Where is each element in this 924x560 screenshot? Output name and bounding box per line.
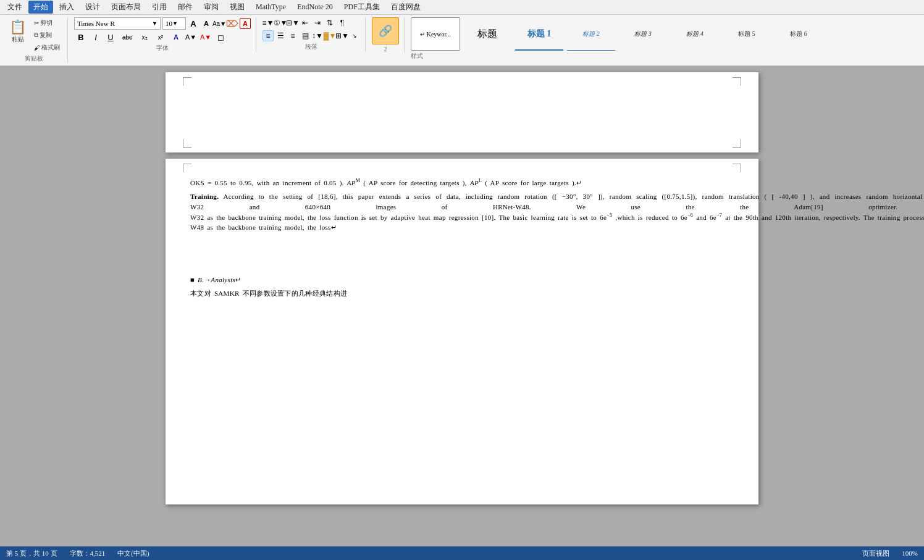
decrease-indent-button[interactable]: ⇤ [300,17,311,28]
font-case-button[interactable]: Aa▼ [214,18,225,29]
font-name-selector[interactable]: Times New R ▼ [74,17,161,30]
link-icon: 🔗 [379,24,392,38]
format-painter-button[interactable]: 🖌 格式刷 [32,42,62,53]
show-marks-button[interactable]: ¶ [337,17,348,28]
shading-button[interactable]: ▓▼ [324,30,335,41]
style-title4[interactable]: 标题 4 [670,17,720,51]
analysis-body: 本文对 SAMKR 不同参数设置下的几种经典结构进 [190,288,924,299]
document-area: OKS = 0.55 to 0.95, with an increment of… [0,66,924,527]
empty-line-3 [190,261,924,270]
style-title2[interactable]: 标题 2 [566,17,616,51]
empty-line-1 [190,236,924,245]
line-spacing-button[interactable]: ↕▼ [312,30,323,41]
numbering-button[interactable]: ①▼ [275,17,286,28]
style-title6[interactable]: 标题 6 [774,17,823,51]
menu-review[interactable]: 审阅 [199,1,224,14]
menu-file[interactable]: 文件 [2,1,27,14]
menu-bar: 文件 开始 插入 设计 页面布局 引用 邮件 审阅 视图 MathType En… [0,0,924,15]
training-paragraph: Training. According to the setting of [1… [190,191,924,233]
page-content: OKS = 0.55 to 0.95, with an increment of… [166,159,758,393]
paste-icon: 📋 [9,19,26,35]
corner-mark-tr-p2 [733,164,741,172]
text-effect-button[interactable]: A [169,31,183,43]
style-title[interactable]: 标题 [463,17,512,51]
menu-mailings[interactable]: 邮件 [173,1,198,14]
style-title3[interactable]: 标题 3 [618,17,668,51]
analysis-header: ■ B.→Analysis↵ [190,275,924,285]
menu-baidu[interactable]: 百度网盘 [386,1,426,14]
subscript-button[interactable]: x₂ [137,31,152,43]
clear-format-button[interactable]: ⌦ [227,18,238,29]
page-2: OKS = 0.55 to 0.95, with an increment of… [166,159,758,504]
menu-home[interactable]: 开始 [28,1,53,14]
font-shrink-button[interactable]: A [201,18,212,29]
bullets-button[interactable]: ≡▼ [262,17,274,28]
multilevel-list-button[interactable]: ⊟▼ [287,17,298,28]
underline-button[interactable]: U [104,31,117,43]
left-column: OKS = 0.55 to 0.95, with an increment of… [190,177,924,381]
font-group-label: 字体 [74,44,251,52]
align-left-button[interactable]: ≡ [262,30,274,41]
menu-mathtype[interactable]: MathType [251,1,291,13]
ribbon: 📋 粘贴 ✂ 剪切 ⧉ 复制 🖌 格式刷 剪贴板 [0,15,924,66]
char-border-button[interactable]: ◻ [214,31,227,43]
copy-button[interactable]: ⧉ 复制 [32,30,62,41]
strikethrough-button[interactable]: abc [119,31,136,43]
cut-button[interactable]: ✂ 剪切 [32,17,62,28]
menu-design[interactable]: 设计 [80,1,105,14]
justify-button[interactable]: ▤ [300,30,311,41]
italic-button[interactable]: I [89,31,103,43]
paste-button[interactable]: 📋 粘贴 [5,17,30,46]
font-color-button[interactable]: A▼ [199,31,212,43]
highlight-color-button[interactable]: A▼ [184,31,198,43]
bold-button[interactable]: B [74,31,88,43]
align-right-button[interactable]: ≡ [287,30,298,41]
styles-group-label: 样式 [411,52,919,61]
clipboard-label: 剪贴板 [25,54,43,63]
align-center-button[interactable]: ☰ [275,30,286,41]
menu-layout[interactable]: 页面布局 [106,1,146,14]
format-painter-icon: 🖌 [34,44,40,51]
corner-mark-br [733,139,741,148]
sort-button[interactable]: ⇅ [324,17,335,28]
oks-paragraph: OKS = 0.55 to 0.95, with an increment of… [190,177,924,188]
corner-mark-tl [183,77,191,86]
borders-button[interactable]: ⊞▼ [337,30,348,41]
increase-indent-button[interactable]: ⇥ [312,17,323,28]
menu-references[interactable]: 引用 [147,1,172,14]
corner-mark-tr [733,77,741,86]
style-title5[interactable]: 标题 5 [722,17,771,51]
font-grow-button[interactable]: A [188,18,199,29]
menu-view[interactable]: 视图 [225,1,250,14]
copy-icon: ⧉ [34,31,38,39]
active-tool-button[interactable]: 🔗 [372,17,399,44]
char-spacing-button[interactable]: A [240,18,251,29]
corner-mark-tl-p2 [183,164,191,172]
font-size-selector[interactable]: 10 ▼ [162,17,186,30]
menu-insert[interactable]: 插入 [54,1,79,14]
corner-mark-bl [183,139,191,148]
empty-line-2 [190,249,924,257]
scissors-icon: ✂ [34,20,39,27]
menu-endnote[interactable]: EndNote 20 [292,1,338,13]
style-title1[interactable]: 标题 1 [514,17,564,51]
para-expand-button[interactable]: ↘ [349,30,360,41]
page-1 [166,72,758,153]
superscript-button[interactable]: x² [153,31,168,43]
paragraph-group-label: 段落 [262,43,360,51]
menu-pdf[interactable]: PDF工具集 [339,1,385,14]
paste-label: 粘贴 [12,35,24,44]
style-keyword[interactable]: ↵ Keywor... [411,17,460,51]
